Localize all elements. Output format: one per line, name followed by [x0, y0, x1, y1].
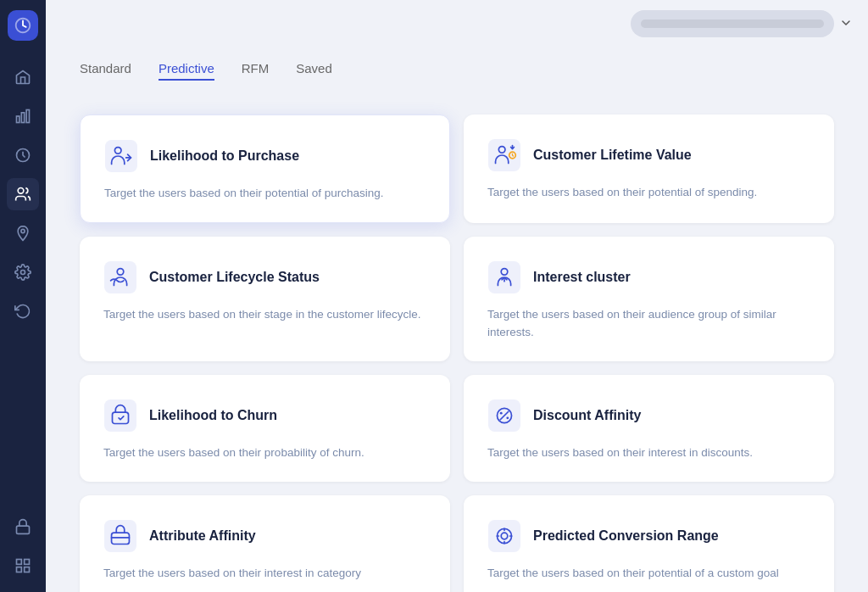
card-title: Likelihood to Purchase	[150, 148, 299, 164]
tab-standard[interactable]: Standard	[80, 61, 131, 81]
tab-saved[interactable]: Saved	[296, 61, 332, 81]
predicted-conversion-range-icon	[487, 519, 521, 553]
card-description: Target the users based on their potentia…	[487, 184, 810, 201]
card-title: Likelihood to Churn	[149, 408, 277, 423]
cards-grid: Likelihood to Purchase Target the users …	[80, 114, 834, 592]
card-title: Discount Affinity	[533, 408, 641, 423]
card-likelihood-to-purchase[interactable]: Likelihood to Purchase Target the users …	[80, 114, 450, 223]
card-title: Interest cluster	[533, 270, 631, 285]
svg-rect-8	[17, 560, 22, 565]
sidebar-item-analytics[interactable]	[7, 100, 39, 132]
card-header: Predicted Conversion Range	[487, 519, 810, 553]
card-description: Target the users based on their interest…	[103, 565, 426, 582]
card-header: Customer Lifecycle Status	[103, 260, 426, 294]
sidebar-item-home[interactable]	[7, 61, 39, 93]
tab-rfm[interactable]: RFM	[242, 61, 270, 81]
main-content: Standard Predictive RFM Saved	[46, 0, 868, 592]
svg-point-4	[18, 188, 24, 194]
svg-rect-12	[105, 140, 137, 172]
card-description: Target the users based on their audience…	[487, 306, 810, 341]
sidebar-item-lock[interactable]	[7, 511, 39, 543]
card-interest-cluster[interactable]: Interest cluster Target the users based …	[464, 237, 834, 361]
svg-rect-7	[17, 526, 30, 533]
card-header: Likelihood to Churn	[103, 399, 426, 433]
card-customer-lifetime-value[interactable]: Customer Lifetime Value Target the users…	[464, 114, 834, 223]
card-header: Customer Lifetime Value	[487, 138, 810, 172]
card-header: Discount Affinity	[487, 399, 810, 433]
card-predicted-conversion-range[interactable]: Predicted Conversion Range Target the us…	[464, 495, 834, 592]
svg-point-26	[506, 416, 509, 419]
card-description: Target the users based on their stage in…	[103, 306, 426, 323]
page-content: Standard Predictive RFM Saved	[46, 47, 868, 592]
sidebar-item-users[interactable]	[7, 178, 39, 210]
sidebar-item-grid[interactable]	[7, 550, 39, 582]
svg-rect-27	[104, 520, 136, 552]
customer-lifetime-value-icon	[487, 138, 521, 172]
sidebar-bottom	[7, 511, 39, 582]
card-discount-affinity[interactable]: Discount Affinity Target the users based…	[464, 375, 834, 482]
svg-rect-2	[26, 110, 29, 123]
card-title: Customer Lifecycle Status	[149, 270, 320, 285]
svg-rect-29	[488, 520, 520, 552]
svg-rect-9	[25, 560, 30, 565]
card-header: Likelihood to Purchase	[104, 139, 426, 173]
svg-point-25	[500, 411, 503, 414]
card-description: Target the users based on their interest…	[487, 444, 810, 461]
svg-rect-21	[104, 399, 136, 432]
svg-rect-1	[21, 113, 24, 123]
likelihood-to-churn-icon	[103, 399, 137, 433]
card-description: Target the users based on their potentia…	[487, 565, 810, 582]
sidebar-item-location[interactable]	[7, 217, 39, 249]
svg-point-6	[21, 271, 25, 275]
interest-cluster-icon	[487, 260, 521, 294]
svg-point-5	[21, 229, 25, 232]
sidebar	[0, 0, 46, 592]
card-likelihood-to-churn[interactable]: Likelihood to Churn Target the users bas…	[80, 375, 450, 482]
topbar-dropdown-icon[interactable]	[841, 16, 851, 31]
card-header: Attribute Affinity	[103, 519, 426, 553]
attribute-affinity-icon	[103, 519, 137, 553]
svg-rect-11	[25, 567, 30, 572]
card-attribute-affinity[interactable]: Attribute Affinity Target the users base…	[80, 495, 450, 592]
svg-rect-10	[17, 567, 22, 572]
card-description: Target the users based on their potentia…	[104, 185, 426, 202]
card-title: Attribute Affinity	[149, 528, 256, 544]
card-title: Predicted Conversion Range	[533, 528, 719, 544]
topbar-search-bar[interactable]	[631, 10, 834, 37]
card-title: Customer Lifetime Value	[533, 148, 692, 163]
discount-affinity-icon	[487, 399, 521, 433]
tabs-container: Standard Predictive RFM Saved	[80, 47, 834, 94]
card-customer-lifecycle-status[interactable]: Customer Lifecycle Status Target the use…	[80, 237, 450, 361]
sidebar-item-settings[interactable]	[7, 256, 39, 288]
card-header: Interest cluster	[487, 260, 810, 294]
app-logo[interactable]	[8, 10, 38, 41]
sidebar-item-clock[interactable]	[7, 139, 39, 171]
svg-rect-0	[17, 116, 19, 123]
tab-predictive[interactable]: Predictive	[159, 61, 214, 81]
topbar	[46, 0, 868, 47]
card-description: Target the users based on their probabil…	[103, 444, 426, 461]
likelihood-to-purchase-icon	[104, 139, 138, 173]
sidebar-item-history[interactable]	[7, 295, 39, 327]
customer-lifecycle-status-icon	[103, 260, 137, 294]
